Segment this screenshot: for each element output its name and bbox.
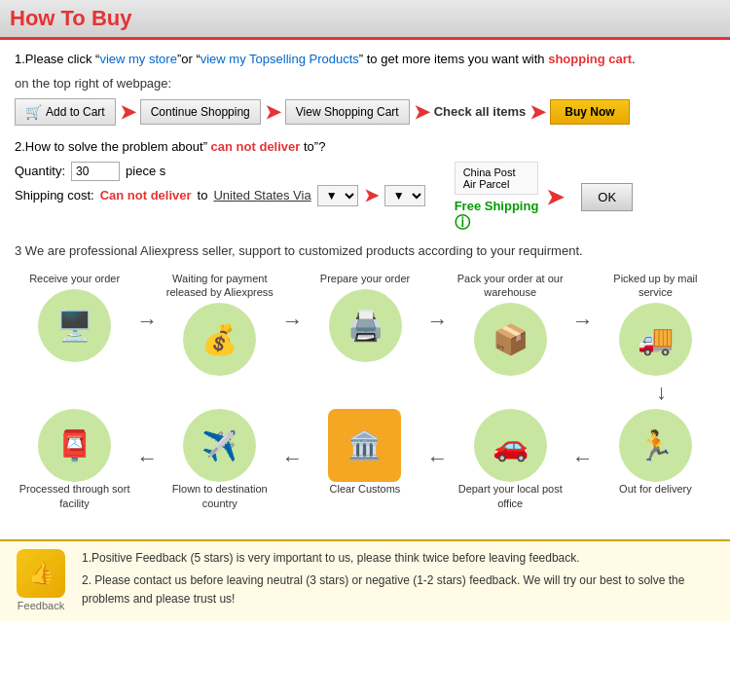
feedback-thumb-icon: 👍 (28, 561, 55, 586)
shipping-cost-row: Shipping cost: Can not deliver to United… (15, 185, 425, 206)
feedback-icon-box: 👍 Feedback (12, 549, 70, 611)
icon-flown: ✈️ (183, 409, 256, 482)
add-to-cart-button[interactable]: 🛒 Add to Cart (15, 98, 116, 126)
arrow-p3: → (425, 309, 451, 334)
label-receive: Receive your order (29, 272, 120, 285)
label-flown: Flown to destination country (160, 482, 279, 510)
process-item-customs: 🏛️ Clear Customs (305, 409, 424, 499)
china-post-info: China Post Air Parcel Free Shipping ⓘ (455, 162, 539, 234)
label-customs: Clear Customs (330, 482, 401, 496)
process-item-sort: 📮 Processed through sort facility (15, 409, 134, 514)
buy-now-button[interactable]: Buy Now (550, 99, 629, 125)
view-topselling-link[interactable]: view my Topselling Products (201, 52, 359, 66)
label-depart: Depart your local post office (451, 482, 570, 510)
process-item-prepare: Prepare your order 🖨️ (305, 272, 424, 362)
arrow2: ➤ (265, 102, 281, 122)
ok-label: OK (598, 190, 616, 204)
quantity-label: Quantity: (15, 164, 65, 178)
to-label: to (198, 188, 208, 203)
icon-prepare: 🖨️ (329, 289, 402, 362)
feedback-label: Feedback (18, 600, 64, 611)
icon-customs: 🏛️ (328, 409, 401, 482)
header-bar: How To Buy (0, 0, 730, 40)
arrow-b2: ← (425, 446, 451, 471)
label-prepare: Prepare your order (320, 272, 410, 285)
cart-flow: 🛒 Add to Cart ➤ Continue Shopping ➤ View… (15, 98, 715, 126)
check-all-items: Check all items (434, 104, 527, 119)
feedback-text: 1.Positive Feedback (5 stars) is very im… (82, 549, 718, 613)
shipping-dropdown[interactable]: ▼ (317, 185, 358, 206)
step2-suffix: to”? (300, 139, 325, 154)
label-payment: Waiting for payment released by Aliexpre… (160, 272, 279, 300)
page-title: How To Buy (10, 6, 131, 31)
feedback-line2: 2. Please contact us before leaving neut… (82, 571, 718, 608)
free-shipping-text: Free Shipping ⓘ (455, 199, 539, 234)
icon-payment: 💰 (183, 303, 256, 376)
step2-text: 2.How to solve the problem about” can no… (15, 139, 715, 154)
ok-button[interactable]: OK (581, 183, 633, 211)
buy-now-label: Buy Now (565, 105, 614, 119)
process-item-pickup: Picked up by mail service 🚚 (596, 272, 715, 377)
shipping-cost-label: Shipping cost: (15, 188, 94, 203)
continue-shopping-button[interactable]: Continue Shopping (140, 99, 261, 125)
arrow1: ➤ (120, 102, 136, 122)
feedback-line1: 1.Positive Feedback (5 stars) is very im… (82, 549, 718, 568)
united-states-via: United States Via (213, 188, 310, 203)
shipping-right: China Post Air Parcel Free Shipping ⓘ ➤ … (455, 162, 633, 234)
arrow-p1: → (134, 309, 160, 334)
process-item-pack: Pack your order at our warehouse 📦 (451, 272, 570, 377)
shipping-dropdown2[interactable]: ▼ (384, 185, 425, 206)
icon-receive: 🖥️ (38, 289, 111, 362)
arrow4: ➤ (529, 102, 546, 122)
process-item-payment: Waiting for payment released by Aliexpre… (160, 272, 279, 377)
arrow6: ➤ (546, 185, 564, 210)
step1-after: ” to get more items you want with (359, 52, 548, 66)
view-cart-label: View Shopping Cart (296, 105, 399, 119)
shipping-left: Quantity: piece s Shipping cost: Can not… (15, 162, 425, 210)
icon-pickup: 🚚 (619, 303, 692, 376)
step1-text: 1.Please click “view my store”or “view m… (15, 50, 715, 70)
cannot-deliver-text: can not deliver (211, 139, 301, 154)
cart-icon: 🛒 (25, 104, 42, 120)
icon-depart: 🚗 (474, 409, 547, 482)
continue-shopping-label: Continue Shopping (151, 105, 250, 119)
arrow-b4: ← (134, 446, 160, 471)
feedback-badge: 👍 (17, 549, 65, 598)
process-section: Receive your order 🖥️ → Waiting for paym… (15, 272, 715, 514)
arrow-p2: → (279, 309, 305, 334)
label-delivery: Out for delivery (619, 482, 692, 496)
view-cart-button[interactable]: View Shopping Cart (285, 99, 410, 125)
process-item-receive: Receive your order 🖥️ (15, 272, 134, 362)
process-bottom-row: 🏃 Out for delivery ← 🚗 Depart your local… (15, 409, 715, 514)
arrow5: ➤ (364, 185, 379, 206)
icon-delivery: 🏃 (619, 409, 692, 482)
shopping-cart-highlight: shopping cart (548, 52, 632, 66)
add-to-cart-label: Add to Cart (46, 105, 105, 119)
process-item-depart: 🚗 Depart your local post office (451, 409, 570, 514)
arrow-b3: ← (279, 446, 305, 471)
label-sort: Processed through sort facility (15, 482, 134, 510)
piece-label: piece s (126, 164, 165, 178)
process-item-flown: ✈️ Flown to destination country (160, 409, 279, 514)
step1-prefix: 1.Please click “ (15, 52, 99, 66)
step1-between: ”or “ (177, 52, 201, 66)
free-shipping-icon: ⓘ (455, 214, 470, 231)
label-pack: Pack your order at our warehouse (451, 272, 570, 300)
arrow-b1: ← (570, 446, 596, 471)
step2-prefix: 2.How to solve the problem about” (15, 139, 211, 154)
view-my-store-link[interactable]: view my store (99, 52, 176, 66)
step1-sub: on the top right of webpage: (15, 76, 715, 91)
label-pickup: Picked up by mail service (596, 272, 715, 300)
cannot-deliver-label: Can not deliver (100, 188, 192, 203)
process-item-delivery: 🏃 Out for delivery (596, 409, 715, 499)
arrow3: ➤ (414, 102, 430, 122)
china-post-box: China Post Air Parcel (455, 162, 539, 195)
main-content: 1.Please click “view my store”or “view m… (0, 40, 730, 539)
process-top-row: Receive your order 🖥️ → Waiting for paym… (15, 272, 715, 377)
arrow-p4: → (570, 309, 596, 334)
quantity-input[interactable] (71, 162, 120, 181)
down-arrow: ↓ (15, 380, 715, 405)
china-post-line2: Air Parcel (463, 178, 530, 190)
quantity-row: Quantity: piece s (15, 162, 425, 181)
step3-text: 3 We are professional Aliexpress seller,… (15, 243, 715, 258)
